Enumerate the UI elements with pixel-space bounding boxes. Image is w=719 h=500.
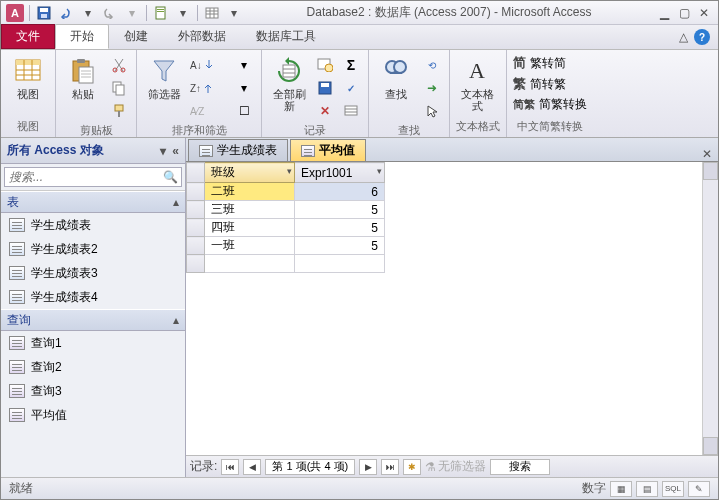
row-selector[interactable] xyxy=(187,201,205,219)
close-tab-icon[interactable]: ✕ xyxy=(696,147,718,161)
delete-record-icon[interactable]: ✕ xyxy=(314,100,336,122)
goto-icon[interactable]: ➜ xyxy=(421,77,443,99)
last-record-button[interactable]: ⏭ xyxy=(381,459,399,475)
chinese-convert-button[interactable]: 简繁简繁转换 xyxy=(513,96,587,113)
tab-external[interactable]: 外部数据 xyxy=(163,24,241,49)
undo-icon[interactable] xyxy=(56,3,76,23)
table-row[interactable]: 二班6 xyxy=(187,183,385,201)
column-dropdown-icon[interactable]: ▾ xyxy=(377,166,382,176)
more-records-icon[interactable] xyxy=(340,100,362,122)
nav-item-table[interactable]: 学生成绩表4 xyxy=(1,285,185,309)
datasheet[interactable]: 班级▾ Expr1001▾ 二班6 三班5 四班5 一班5 xyxy=(186,162,718,455)
tab-dbtools[interactable]: 数据库工具 xyxy=(241,24,331,49)
redo-dropdown-icon[interactable]: ▾ xyxy=(122,3,142,23)
toggle-filter-icon[interactable]: ☐ xyxy=(233,100,255,122)
cell[interactable]: 一班 xyxy=(205,237,295,255)
cell[interactable] xyxy=(295,255,385,273)
record-position-input[interactable] xyxy=(265,459,355,475)
search-icon[interactable]: 🔍 xyxy=(163,170,178,184)
advanced-filter-icon[interactable]: ▾ xyxy=(233,77,255,99)
table-row[interactable]: 四班5 xyxy=(187,219,385,237)
minimize-button[interactable]: ▁ xyxy=(656,6,672,20)
paste-button[interactable]: 粘贴 xyxy=(62,54,104,102)
table-row[interactable]: 一班5 xyxy=(187,237,385,255)
nav-item-table[interactable]: 学生成绩表 xyxy=(1,213,185,237)
copy-icon[interactable] xyxy=(108,77,130,99)
row-selector[interactable] xyxy=(187,237,205,255)
ribbon-minimize-icon[interactable]: △ xyxy=(679,30,688,44)
search-input[interactable] xyxy=(4,167,182,187)
vertical-scrollbar[interactable] xyxy=(702,162,718,455)
totals-icon[interactable]: Σ xyxy=(340,54,362,76)
new-record-icon[interactable] xyxy=(314,54,336,76)
qat-doc-dropdown-icon[interactable]: ▾ xyxy=(173,3,193,23)
cell[interactable]: 三班 xyxy=(205,201,295,219)
help-icon[interactable]: ? xyxy=(694,29,710,45)
undo-dropdown-icon[interactable]: ▾ xyxy=(78,3,98,23)
row-selector[interactable] xyxy=(187,219,205,237)
select-icon[interactable] xyxy=(421,100,443,122)
sort-asc-icon[interactable]: A↓ xyxy=(189,54,229,76)
new-record-button[interactable]: ✱ xyxy=(403,459,421,475)
doc-tab[interactable]: 平均值 xyxy=(290,139,366,161)
format-painter-icon[interactable] xyxy=(108,100,130,122)
row-selector[interactable] xyxy=(187,183,205,201)
collapse-icon[interactable]: ▴ xyxy=(173,313,179,327)
column-dropdown-icon[interactable]: ▾ xyxy=(287,166,292,176)
cut-icon[interactable] xyxy=(108,54,130,76)
view-button[interactable]: 视图 xyxy=(7,54,49,102)
nav-item-query[interactable]: 查询2 xyxy=(1,355,185,379)
save-record-icon[interactable] xyxy=(314,77,336,99)
column-header[interactable]: 班级▾ xyxy=(205,163,295,183)
qat-grid-icon[interactable] xyxy=(202,3,222,23)
cell[interactable]: 6 xyxy=(295,183,385,201)
qat-doc-icon[interactable] xyxy=(151,3,171,23)
selection-filter-icon[interactable]: ▾ xyxy=(233,54,255,76)
tab-home[interactable]: 开始 xyxy=(55,24,109,49)
cell[interactable]: 5 xyxy=(295,219,385,237)
doc-tab[interactable]: 学生成绩表 xyxy=(188,139,288,161)
prev-record-button[interactable]: ◀ xyxy=(243,459,261,475)
redo-icon[interactable] xyxy=(100,3,120,23)
refresh-all-button[interactable]: 全部刷新 xyxy=(268,54,310,114)
row-selector[interactable] xyxy=(187,255,205,273)
nav-item-table[interactable]: 学生成绩表2 xyxy=(1,237,185,261)
maximize-button[interactable]: ▢ xyxy=(676,6,692,20)
table-row[interactable]: 三班5 xyxy=(187,201,385,219)
trad-to-simp-button[interactable]: 简繁转简 xyxy=(513,54,587,72)
cell[interactable]: 二班 xyxy=(205,183,295,201)
view-design-icon[interactable]: ✎ xyxy=(688,481,710,497)
sort-desc-icon[interactable]: Z↑ xyxy=(189,77,229,99)
record-search-input[interactable] xyxy=(490,459,550,475)
text-format-button[interactable]: A 文本格式 xyxy=(456,54,498,114)
navpane-collapse-icon[interactable]: « xyxy=(172,144,179,158)
first-record-button[interactable]: ⏮ xyxy=(221,459,239,475)
nav-category-tables[interactable]: 表 ▴ xyxy=(1,191,185,213)
cell[interactable]: 5 xyxy=(295,201,385,219)
clear-sort-icon[interactable]: A⁄Z xyxy=(189,100,229,122)
view-sql-icon[interactable]: SQL xyxy=(662,481,684,497)
select-all-cell[interactable] xyxy=(187,163,205,183)
close-button[interactable]: ✕ xyxy=(696,6,712,20)
save-icon[interactable] xyxy=(34,3,54,23)
simp-to-trad-button[interactable]: 繁简转繁 xyxy=(513,75,587,93)
table-row-new[interactable] xyxy=(187,255,385,273)
cell[interactable] xyxy=(205,255,295,273)
nav-item-table[interactable]: 学生成绩表3 xyxy=(1,261,185,285)
find-button[interactable]: 查找 xyxy=(375,54,417,102)
tab-create[interactable]: 创建 xyxy=(109,24,163,49)
collapse-icon[interactable]: ▴ xyxy=(173,195,179,209)
replace-icon[interactable]: ⟲ xyxy=(421,54,443,76)
cell[interactable]: 四班 xyxy=(205,219,295,237)
view-datasheet-icon[interactable]: ▦ xyxy=(610,481,632,497)
filter-button[interactable]: 筛选器 xyxy=(143,54,185,102)
nav-item-query[interactable]: 平均值 xyxy=(1,403,185,427)
nav-item-query[interactable]: 查询1 xyxy=(1,331,185,355)
nav-category-queries[interactable]: 查询 ▴ xyxy=(1,309,185,331)
cell[interactable]: 5 xyxy=(295,237,385,255)
navpane-header[interactable]: 所有 Access 对象 ▾ « xyxy=(1,138,185,164)
navpane-dropdown-icon[interactable]: ▾ xyxy=(160,144,166,158)
column-header[interactable]: Expr1001▾ xyxy=(295,163,385,183)
view-form-icon[interactable]: ▤ xyxy=(636,481,658,497)
spelling-icon[interactable]: ✓ xyxy=(340,77,362,99)
